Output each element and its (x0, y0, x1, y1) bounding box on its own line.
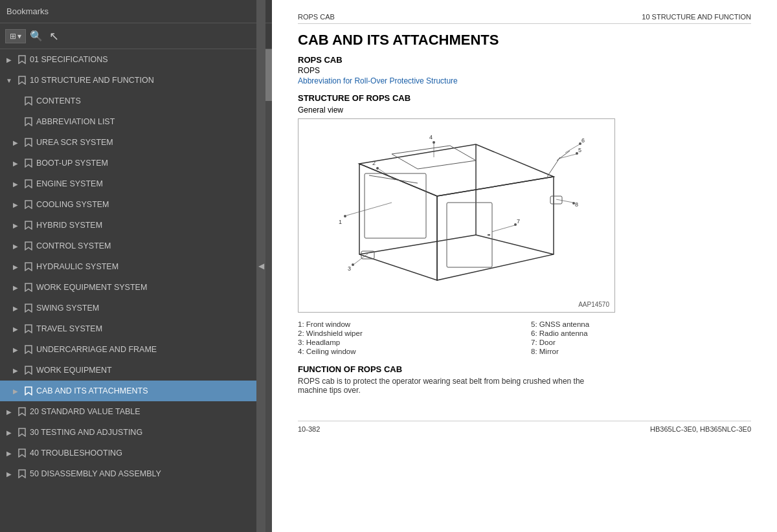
item-label: 30 TESTING AND ADJUSTING (30, 428, 268, 437)
structure-title: STRUCTURE OF ROPS CAB (298, 93, 751, 103)
footer-page-number: 10-382 (298, 425, 320, 433)
doc-footer: 10-382 HB365LC-3E0, HB365NLC-3E0 (298, 421, 751, 433)
chevron-right-icon: ▶ (10, 305, 21, 312)
item-label: CONTROL SYSTEM (36, 241, 268, 250)
doc-header-right: 10 STRUCTURE AND FUNCTION (642, 13, 751, 21)
tree-item-cooling[interactable]: ▶ COOLING SYSTEM (0, 194, 272, 215)
chevron-right-icon: ▶ (4, 471, 14, 478)
bookmark-icon (23, 159, 34, 168)
chevron-right-icon: ▶ (10, 284, 21, 291)
tree-item-swing[interactable]: ▶ SWING SYSTEM (0, 298, 272, 318)
item-label: 10 STRUCTURE AND FUNCTION (30, 76, 268, 85)
tree-item-travel[interactable]: ▶ TRAVEL SYSTEM (0, 318, 272, 339)
tree-item-control[interactable]: ▶ CONTROL SYSTEM (0, 236, 272, 256)
item-label: 40 TROUBLESHOOTING (30, 449, 268, 458)
legend-item-2: 2: Windshield wiper (298, 329, 518, 337)
tree-item-testing[interactable]: ▶ 30 TESTING AND ADJUSTING (0, 422, 272, 443)
tree-item-hydraulic[interactable]: ▶ HYDRAULIC SYSTEM (0, 256, 272, 277)
cab-diagram: 1 2 3 4 5 6 7 (298, 118, 615, 313)
tree-item-spec[interactable]: ▶ 01 SPECIFICATIONS (0, 49, 272, 70)
tree-item-abbrev[interactable]: ABBREVIATION LIST (0, 111, 272, 132)
tree-item-bootup[interactable]: ▶ BOOT-UP SYSTEM (0, 153, 272, 173)
svg-line-9 (369, 175, 418, 183)
item-label: UREA SCR SYSTEM (36, 138, 268, 147)
svg-text:4: 4 (429, 134, 433, 140)
tree-item-undercarriage[interactable]: ▶ UNDERCARRIAGE AND FRAME (0, 339, 272, 360)
legend-item-4: 4: Ceiling window (298, 348, 518, 355)
tree-item-contents[interactable]: CONTENTS (0, 91, 272, 111)
doc-abbrev-text: Abbreviation for Roll-Over Protective St… (298, 76, 751, 85)
cab-diagram-svg: 1 2 3 4 5 6 7 (308, 125, 605, 306)
doc-subtitle2: ROPS (298, 66, 751, 75)
item-label: 20 STANDARD VALUE TABLE (30, 407, 268, 416)
bookmark-icon (23, 366, 34, 375)
dropdown-arrow: ▾ (17, 32, 21, 41)
legend-grid: 1: Front window 5: GNSS antenna 2: Winds… (298, 320, 751, 355)
item-label: BOOT-UP SYSTEM (36, 159, 268, 168)
svg-marker-2 (437, 177, 554, 280)
bookmark-icon (23, 221, 34, 230)
svg-text:3: 3 (348, 265, 351, 272)
tree-item-struct[interactable]: ▼ 10 STRUCTURE AND FUNCTION (0, 70, 272, 91)
svg-line-12 (557, 151, 570, 161)
bookmark-icon (23, 345, 34, 354)
doc-subtitle1: ROPS CAB (298, 55, 751, 65)
bookmark-icon (17, 55, 27, 64)
bookmark-icon (23, 386, 34, 395)
chevron-right-icon: ▶ (4, 429, 14, 436)
list-view-button[interactable]: ⊞ ▾ (5, 29, 26, 43)
search-icon[interactable]: 🔍 (30, 30, 43, 42)
tree-item-urea[interactable]: ▶ UREA SCR SYSTEM (0, 132, 272, 153)
collapse-panel-button[interactable]: ◀ (256, 0, 265, 532)
svg-point-25 (433, 141, 435, 144)
chevron-right-icon: ▶ (10, 201, 21, 208)
bookmark-icon (17, 428, 27, 437)
tree-item-disassembly[interactable]: ▶ 50 DISASSEMBLY AND ASSEMBLY (0, 463, 272, 484)
chevron-right-icon: ▶ (10, 346, 21, 353)
list-icon: ⊞ (10, 32, 16, 41)
item-label: ENGINE SYSTEM (36, 179, 268, 188)
item-label: ABBREVIATION LIST (36, 117, 268, 126)
bookmark-icon (23, 241, 34, 250)
legend-item-8: 8: Mirror (531, 348, 751, 355)
svg-line-36 (556, 199, 573, 203)
item-label: CAB AND ITS ATTACHMENTS (36, 386, 268, 395)
svg-text:1: 1 (339, 219, 342, 225)
item-label: WORK EQUIPMENT SYSTEM (36, 283, 268, 292)
document-content: ROPS CAB 10 STRUCTURE AND FUNCTION CAB A… (272, 0, 777, 532)
chevron-right-icon: ▶ (10, 243, 21, 250)
bookmark-icon (23, 200, 34, 209)
item-label: 01 SPECIFICATIONS (30, 55, 268, 64)
diagram-code: AAP14570 (578, 301, 609, 308)
bookmark-icon (17, 449, 27, 458)
tree-item-trouble[interactable]: ▶ 40 TROUBLESHOOTING (0, 443, 272, 463)
chevron-right-icon: ▶ (10, 139, 21, 146)
bookmarks-header: Bookmarks ✕ (0, 0, 272, 23)
bookmarks-panel: Bookmarks ✕ ⊞ ▾ 🔍 ↖ ▶ 01 SPECIFICATIONS … (0, 0, 272, 532)
svg-text:5: 5 (578, 147, 581, 153)
cursor-icon: ↖ (49, 29, 59, 43)
legend-item-6: 6: Radio antenna (531, 329, 751, 337)
doc-header-left: ROPS CAB (298, 13, 335, 21)
svg-marker-0 (359, 144, 554, 196)
legend-item-5: 5: GNSS antenna (531, 320, 751, 328)
chevron-right-icon: ▶ (10, 367, 21, 374)
bookmark-icon (23, 179, 34, 188)
tree-item-std[interactable]: ▶ 20 STANDARD VALUE TABLE (0, 401, 272, 422)
svg-line-11 (547, 157, 560, 177)
item-label: WORK EQUIPMENT (36, 366, 268, 375)
bookmark-icon (17, 469, 27, 478)
function-text: ROPS cab is to protect the operator wear… (298, 377, 609, 395)
chevron-right-icon: ▶ (4, 450, 14, 457)
item-label: CONTENTS (36, 96, 268, 105)
bookmark-icon (17, 76, 27, 85)
tree-item-hybrid[interactable]: ▶ HYBRID SYSTEM (0, 215, 272, 236)
chevron-right-icon: ▶ (4, 408, 14, 416)
tree-item-workequip2[interactable]: ▶ WORK EQUIPMENT (0, 360, 272, 381)
bookmark-icon (23, 138, 34, 147)
tree-item-cab[interactable]: ▶ CAB AND ITS ATTACHMENTS (0, 381, 272, 401)
svg-marker-1 (359, 164, 437, 280)
chevron-right-icon: ▶ (10, 160, 21, 167)
tree-item-workequip[interactable]: ▶ WORK EQUIPMENT SYSTEM (0, 277, 272, 298)
tree-item-engine[interactable]: ▶ ENGINE SYSTEM (0, 173, 272, 194)
